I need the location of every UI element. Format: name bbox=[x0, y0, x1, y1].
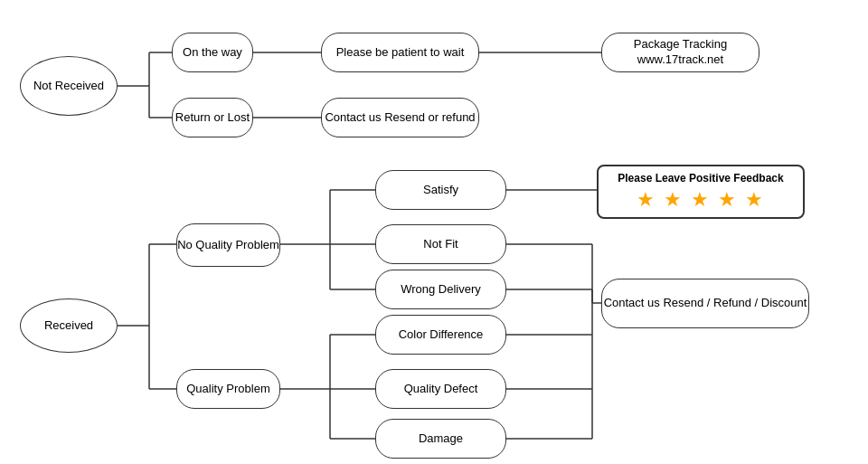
feedback-stars: ★ ★ ★ ★ ★ bbox=[608, 188, 794, 212]
received-node: Received bbox=[20, 298, 118, 353]
on-the-way-node: On the way bbox=[172, 33, 253, 72]
diagram: Not Received On the way Please be patien… bbox=[0, 0, 868, 464]
satisfy-node: Satisfy bbox=[375, 170, 506, 210]
return-or-lost-node: Return or Lost bbox=[172, 98, 253, 137]
contact-us-resend-node: Contact us Resend or refund bbox=[321, 98, 479, 137]
wrong-delivery-node: Wrong Delivery bbox=[375, 270, 506, 309]
quality-defect-node: Quality Defect bbox=[375, 369, 506, 409]
feedback-title: Please Leave Positive Feedback bbox=[608, 172, 794, 185]
no-quality-problem-node: No Quality Problem bbox=[176, 223, 280, 267]
not-fit-node: Not Fit bbox=[375, 224, 506, 264]
not-received-node: Not Received bbox=[20, 56, 118, 116]
please-patient-node: Please be patient to wait bbox=[321, 33, 479, 72]
damage-node: Damage bbox=[375, 419, 506, 459]
color-difference-node: Color Difference bbox=[375, 315, 506, 355]
contact-us-full-node: Contact us Resend / Refund / Discount bbox=[601, 279, 809, 328]
quality-problem-node: Quality Problem bbox=[176, 369, 280, 409]
package-tracking-node: Package Tracking www.17track.net bbox=[601, 33, 760, 72]
feedback-box: Please Leave Positive Feedback ★ ★ ★ ★ ★ bbox=[597, 165, 805, 219]
